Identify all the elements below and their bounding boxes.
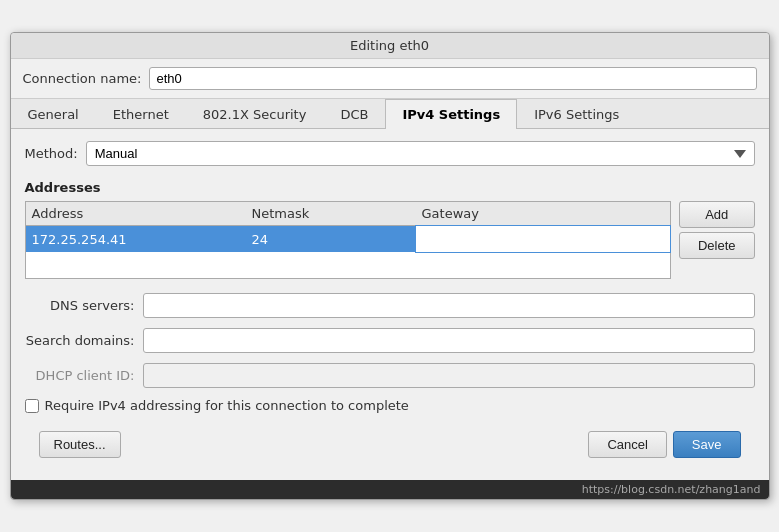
search-domains-row: Search domains: [25, 328, 755, 353]
cell-address: 172.25.254.41 [26, 226, 246, 252]
save-button[interactable]: Save [673, 431, 741, 458]
method-row: Method: Manual Automatic (DHCP) Link-Loc… [25, 141, 755, 166]
require-ipv4-label[interactable]: Require IPv4 addressing for this connect… [45, 398, 409, 413]
dialog-title: Editing eth0 [350, 38, 429, 53]
table-row[interactable]: 172.25.254.41 24 [26, 226, 670, 252]
connection-name-row: Connection name: [11, 59, 769, 99]
delete-button[interactable]: Delete [679, 232, 755, 259]
bottom-bar: Routes... Cancel Save [25, 425, 755, 468]
tab-ethernet[interactable]: Ethernet [96, 99, 186, 129]
gateway-input[interactable] [416, 226, 670, 252]
dns-servers-input[interactable] [143, 293, 755, 318]
require-ipv4-row: Require IPv4 addressing for this connect… [25, 398, 755, 413]
tabs-bar: General Ethernet 802.1X Security DCB IPv… [11, 99, 769, 129]
routes-area: Routes... [39, 431, 589, 458]
tab-8021x-security[interactable]: 802.1X Security [186, 99, 324, 129]
search-domains-input[interactable] [143, 328, 755, 353]
cell-empty-gateway [455, 252, 670, 278]
tab-dcb[interactable]: DCB [323, 99, 385, 129]
addresses-table: Address Netmask Gateway 172.25.254.41 24 [25, 201, 671, 279]
table-buttons: Add Delete [679, 201, 755, 259]
status-bar: https://blog.csdn.net/zhang1and [11, 480, 769, 499]
cancel-button[interactable]: Cancel [588, 431, 666, 458]
status-text: https://blog.csdn.net/zhang1and [582, 483, 761, 496]
dialog-titlebar: Editing eth0 [11, 33, 769, 59]
cell-netmask: 24 [246, 226, 416, 252]
method-select[interactable]: Manual Automatic (DHCP) Link-Local Only … [86, 141, 755, 166]
dialog-buttons: Cancel Save [588, 431, 740, 458]
cell-empty-address [26, 252, 241, 278]
col-header-address: Address [26, 202, 246, 225]
dns-servers-label: DNS servers: [25, 298, 135, 313]
dhcp-client-id-row: DHCP client ID: [25, 363, 755, 388]
tab-ipv6-settings[interactable]: IPv6 Settings [517, 99, 636, 129]
search-domains-label: Search domains: [25, 333, 135, 348]
cell-gateway [416, 226, 670, 252]
dhcp-client-id-input[interactable] [143, 363, 755, 388]
connection-name-label: Connection name: [23, 71, 142, 86]
require-ipv4-checkbox[interactable] [25, 399, 39, 413]
addresses-title: Addresses [25, 180, 755, 195]
col-header-netmask: Netmask [246, 202, 416, 225]
tab-ipv4-settings[interactable]: IPv4 Settings [385, 99, 517, 129]
table-row-empty [26, 252, 670, 278]
dns-servers-row: DNS servers: [25, 293, 755, 318]
table-header: Address Netmask Gateway [26, 202, 670, 226]
tab-general[interactable]: General [11, 99, 96, 129]
addresses-section: Addresses Address Netmask Gateway 172.25… [25, 180, 755, 279]
dialog-window: Editing eth0 Connection name: General Et… [10, 32, 770, 500]
cell-empty-netmask [240, 252, 455, 278]
method-label: Method: [25, 146, 78, 161]
add-button[interactable]: Add [679, 201, 755, 228]
ipv4-tab-content: Method: Manual Automatic (DHCP) Link-Loc… [11, 129, 769, 480]
addresses-table-container: Address Netmask Gateway 172.25.254.41 24 [25, 201, 755, 279]
dhcp-client-id-label: DHCP client ID: [25, 368, 135, 383]
routes-button[interactable]: Routes... [39, 431, 121, 458]
connection-name-input[interactable] [149, 67, 756, 90]
col-header-gateway: Gateway [416, 202, 670, 225]
